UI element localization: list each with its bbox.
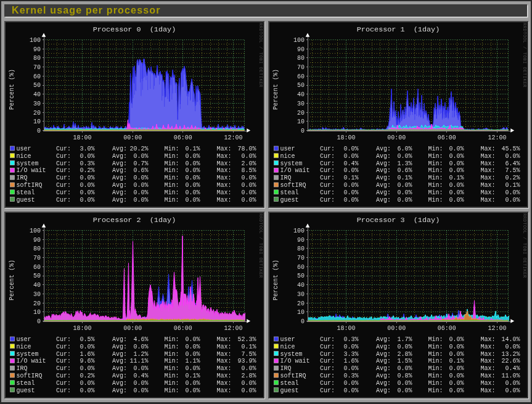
svg-text:4.6%: 4.6% [133,336,148,342]
svg-text:Min:: Min: [165,387,179,394]
svg-text:Max:: Max: [480,372,495,379]
svg-text:guest: guest [280,196,298,203]
svg-text:0.0%: 0.0% [449,365,464,372]
svg-text:0.0%: 0.0% [133,365,148,372]
svg-text:Min:: Min: [428,160,443,167]
svg-text:0.0%: 0.0% [185,336,200,342]
svg-text:system: system [280,350,302,357]
svg-text:Min:: Min: [428,379,443,386]
svg-text:Max:: Max: [480,358,495,365]
svg-text:Cur:: Cur: [56,365,71,372]
svg-text:Cur:: Cur: [320,181,335,188]
svg-text:0.0%: 0.0% [133,175,148,181]
svg-text:Min:: Min: [165,175,179,181]
svg-text:user: user [17,336,31,342]
svg-text:Min:: Min: [428,387,443,394]
svg-text:12:00: 12:00 [224,134,242,141]
svg-text:30: 30 [33,291,41,297]
svg-text:Max:: Max: [480,145,495,152]
svg-text:Max:: Max: [480,152,495,159]
svg-text:0.0%: 0.0% [449,379,464,386]
svg-text:11.1%: 11.1% [129,358,148,365]
svg-text:40: 40 [297,91,304,98]
svg-text:06:00: 06:00 [174,325,192,332]
svg-text:0.0%: 0.0% [185,196,200,203]
svg-text:Max:: Max: [217,350,232,357]
svg-text:70: 70 [297,64,304,71]
svg-text:0.1%: 0.1% [241,343,256,350]
svg-text:Max:: Max: [480,343,495,350]
svg-text:0.0%: 0.0% [133,181,148,188]
svg-text:0.0%: 0.0% [241,379,256,386]
svg-text:softIRQ: softIRQ [17,181,43,188]
svg-text:8.5%: 8.5% [241,167,256,174]
svg-text:0.1%: 0.1% [449,175,464,181]
svg-text:1.5%: 1.5% [397,358,412,365]
svg-text:Avg:: Avg: [376,343,391,350]
svg-text:30: 30 [33,100,41,107]
svg-text:Min:: Min: [165,196,179,203]
svg-text:80: 80 [33,55,41,62]
svg-text:0.0%: 0.0% [505,379,520,386]
svg-text:Avg:: Avg: [376,365,391,372]
svg-text:Avg:: Avg: [112,196,127,203]
svg-text:Processor 2 (1day): Processor 2 (1day) [93,216,176,225]
svg-text:0.0%: 0.0% [80,343,94,350]
svg-text:Avg:: Avg: [376,196,391,203]
svg-text:30: 30 [297,291,304,297]
svg-text:0.4%: 0.4% [133,372,148,379]
svg-text:0.0%: 0.0% [185,343,200,350]
svg-text:1.3%: 1.3% [397,160,412,167]
svg-text:Avg:: Avg: [376,358,391,365]
svg-text:0.0%: 0.0% [505,189,520,196]
svg-text:Min:: Min: [165,358,179,365]
svg-text:0.0%: 0.0% [397,189,412,196]
svg-text:06:00: 06:00 [437,134,456,141]
svg-text:13.2%: 13.2% [501,350,520,357]
svg-text:18:00: 18:00 [337,325,355,332]
svg-text:0.0%: 0.0% [397,196,412,203]
svg-text:steal: steal [280,189,298,196]
svg-text:Min:: Min: [165,152,179,159]
svg-text:nice: nice [280,343,295,350]
svg-text:Avg:: Avg: [112,336,127,342]
svg-text:0: 0 [300,318,304,324]
svg-text:softIRQ: softIRQ [17,372,43,379]
svg-text:0.0%: 0.0% [449,387,464,394]
svg-text:IRQ: IRQ [17,365,28,372]
svg-text:78.0%: 78.0% [237,145,256,152]
svg-text:Avg:: Avg: [112,175,127,181]
svg-text:30: 30 [297,100,304,107]
svg-text:0.0%: 0.0% [241,196,256,203]
svg-text:Avg:: Avg: [112,189,127,196]
svg-text:Min:: Min: [428,167,443,174]
svg-text:0.0%: 0.0% [133,343,148,350]
svg-text:0.0%: 0.0% [397,152,412,159]
svg-text:Avg:: Avg: [376,145,391,152]
svg-text:Avg:: Avg: [112,358,127,365]
svg-text:0.0%: 0.0% [449,343,464,350]
svg-text:Avg:: Avg: [112,372,127,379]
svg-text:80: 80 [33,245,41,252]
svg-text:70: 70 [33,255,41,262]
svg-text:Min:: Min: [165,336,179,342]
svg-text:0.0%: 0.0% [133,379,148,386]
svg-text:Max:: Max: [217,175,232,181]
svg-text:18:00: 18:00 [73,134,92,141]
svg-text:10: 10 [297,118,304,125]
svg-text:Avg:: Avg: [112,152,127,159]
svg-text:60: 60 [297,73,304,80]
svg-text:Avg:: Avg: [376,336,391,342]
svg-text:Max:: Max: [480,175,495,181]
svg-text:0.0%: 0.0% [185,181,200,188]
svg-text:Processor 1 (1day): Processor 1 (1day) [356,25,440,34]
svg-text:Cur:: Cur: [56,175,71,181]
svg-text:RRDTOOL / TOBI OETIKER: RRDTOOL / TOBI OETIKER [522,23,526,88]
svg-text:Max:: Max: [480,336,495,342]
svg-text:1.1%: 1.1% [185,358,200,365]
svg-text:90: 90 [297,46,304,52]
svg-text:Cur:: Cur: [56,167,71,174]
svg-text:1.2%: 1.2% [133,350,148,357]
svg-text:Min:: Min: [165,145,179,152]
svg-text:20: 20 [33,300,41,307]
